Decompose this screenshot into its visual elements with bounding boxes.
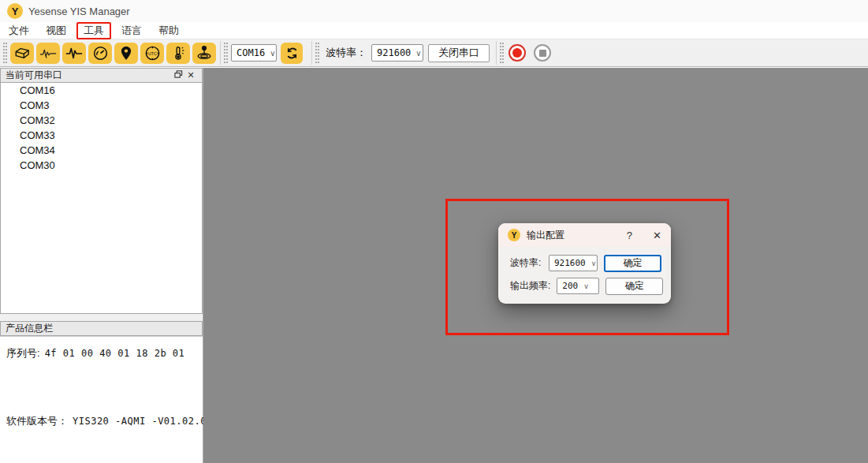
yesense-logo-icon: Y	[7, 3, 23, 19]
serial-number-row: 序列号: 4f 01 00 40 01 18 2b 01	[6, 346, 196, 360]
dialog-baud-select[interactable]: 921600 ∨	[549, 255, 598, 271]
stop-button[interactable]	[532, 43, 553, 63]
window-title: Yesense YIS Manager	[28, 6, 130, 17]
utc-clock-button[interactable]: UTC	[140, 43, 164, 64]
pulse-icon	[65, 45, 84, 61]
toolbar-drag-handle[interactable]	[500, 43, 504, 63]
dialog-help-button[interactable]: ?	[627, 230, 632, 241]
pulse-button[interactable]	[62, 43, 86, 64]
menu-item-help[interactable]: 帮助	[152, 23, 185, 39]
serial-panel-title: 当前可用串口	[6, 69, 172, 82]
location-pin-icon	[119, 45, 133, 62]
port-list-item[interactable]: COM30	[1, 158, 202, 173]
serial-number-value: 4f 01 00 40 01 18 2b 01	[45, 348, 185, 359]
serial-number-label: 序列号:	[6, 346, 40, 360]
menu-item-language[interactable]: 语言	[115, 23, 148, 39]
dialog-rate-select[interactable]: 200 ∨	[557, 278, 599, 294]
port-list-item[interactable]: COM34	[1, 143, 202, 158]
chevron-down-icon: ∨	[591, 260, 597, 267]
chevron-down-icon: ∨	[415, 49, 421, 58]
svg-text:UTC: UTC	[148, 50, 157, 55]
refresh-ports-button[interactable]	[281, 43, 303, 64]
serial-port-list: COM16 COM3 COM32 COM33 COM34 COM30	[0, 83, 203, 314]
app-window: Y Yesense YIS Manager 文件 视图 工具 语言 帮助 UTC	[0, 0, 868, 463]
port-select-value: COM16	[237, 47, 265, 58]
gauge-button[interactable]	[88, 43, 112, 64]
dialog-body: 波特率: 921600 ∨ 确定 输出频率: 200 ∨ 确定	[498, 247, 671, 297]
port-list-item[interactable]: COM33	[1, 128, 202, 143]
waveform-icon	[39, 45, 58, 61]
port-list-item[interactable]: COM32	[1, 113, 202, 128]
menu-item-tools[interactable]: 工具	[76, 22, 111, 39]
dialog-title: 输出配置	[527, 229, 627, 242]
thermometer-button[interactable]	[166, 43, 190, 64]
toolbar-separator	[496, 41, 497, 65]
serial-panel-header: 当前可用串口 ✕	[0, 68, 203, 83]
baud-rate-label: 波特率：	[326, 46, 367, 60]
cube-3d-button[interactable]	[10, 43, 34, 64]
utc-clock-icon: UTC	[144, 45, 161, 62]
location-button[interactable]	[114, 43, 138, 64]
output-config-dialog: Y 输出配置 ? ✕ 波特率: 921600 ∨ 确定 输	[498, 223, 671, 304]
record-icon	[509, 44, 526, 62]
product-panel-title: 产品信息栏	[6, 322, 197, 335]
panel-gap	[0, 314, 203, 321]
software-version-value: YIS320 -AQMI -V01.02.03;	[73, 416, 218, 427]
port-select[interactable]: COM16 ∨	[231, 44, 277, 62]
toolbar-separator	[220, 41, 221, 65]
close-serial-port-button[interactable]: 关闭串口	[428, 44, 490, 62]
output-rate-row: 输出频率: 200 ∨ 确定	[510, 274, 661, 297]
dialog-rate-label: 输出频率:	[510, 279, 550, 293]
joystick-button[interactable]	[192, 43, 216, 64]
main-canvas: Y 输出配置 ? ✕ 波特率: 921600 ∨ 确定 输	[203, 68, 868, 463]
close-icon: ✕	[187, 70, 194, 80]
workspace: 当前可用串口 ✕ COM16 COM3 COM32 COM33 COM34 CO…	[0, 68, 868, 463]
software-version-label: 软件版本号：	[6, 414, 68, 428]
menu-item-file[interactable]: 文件	[2, 23, 35, 39]
yesense-logo-icon: Y	[508, 229, 520, 241]
dialog-close-button[interactable]: ✕	[653, 230, 661, 241]
software-version-row: 软件版本号： YIS320 -AQMI -V01.02.03;	[6, 414, 196, 428]
product-panel-header: 产品信息栏	[0, 321, 203, 336]
float-icon	[174, 70, 183, 80]
dialog-title-bar[interactable]: Y 输出配置 ? ✕	[498, 223, 671, 247]
baud-rate-select[interactable]: 921600 ∨	[371, 44, 423, 62]
title-bar: Y Yesense YIS Manager	[0, 0, 868, 22]
menu-bar: 文件 视图 工具 语言 帮助	[0, 22, 868, 39]
joystick-icon	[196, 45, 213, 61]
toolbar-drag-handle[interactable]	[3, 43, 7, 63]
record-button[interactable]	[507, 43, 527, 63]
cube-3d-icon	[13, 45, 31, 61]
left-dock-panel: 当前可用串口 ✕ COM16 COM3 COM32 COM33 COM34 CO…	[0, 68, 203, 463]
baud-confirm-button[interactable]: 确定	[604, 255, 661, 272]
product-info-panel: 序列号: 4f 01 00 40 01 18 2b 01 软件版本号： YIS3…	[0, 336, 203, 463]
port-list-item[interactable]: COM3	[1, 98, 202, 113]
port-list-item[interactable]: COM16	[1, 83, 202, 98]
baud-rate-row: 波特率: 921600 ∨ 确定	[510, 252, 661, 274]
toolbar: UTC COM16 ∨ 波特率： 921600 ∨ 关闭串口	[0, 39, 868, 67]
gauge-icon	[92, 45, 109, 62]
chevron-down-icon: ∨	[270, 49, 275, 58]
rate-confirm-button[interactable]: 确定	[605, 278, 663, 295]
thermometer-icon	[170, 45, 186, 62]
dialog-rate-value: 200	[562, 281, 578, 291]
chevron-down-icon: ∨	[583, 282, 589, 290]
dialog-baud-label: 波特率:	[510, 256, 541, 270]
dialog-baud-value: 921600	[554, 258, 586, 268]
refresh-icon	[285, 46, 300, 61]
baud-rate-value: 921600	[377, 47, 411, 58]
toolbar-drag-handle[interactable]	[224, 43, 228, 63]
float-panel-button[interactable]	[172, 69, 184, 81]
toolbar-separator	[311, 41, 312, 65]
close-panel-button[interactable]: ✕	[184, 69, 197, 81]
menu-item-view[interactable]: 视图	[39, 23, 73, 39]
toolbar-drag-handle[interactable]	[315, 43, 319, 63]
waveform-button[interactable]	[36, 43, 60, 64]
stop-icon	[534, 44, 551, 62]
